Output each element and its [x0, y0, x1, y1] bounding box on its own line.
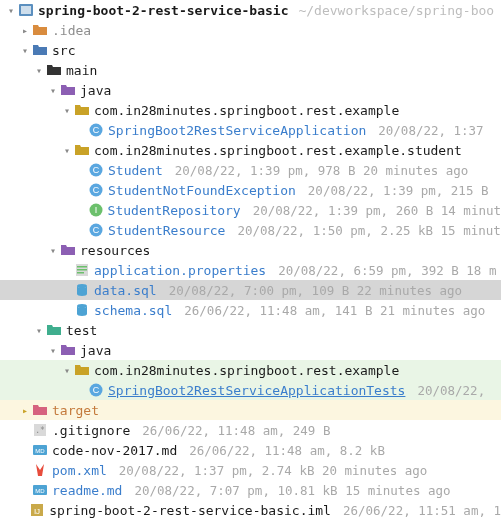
node-label: StudentResource [108, 223, 225, 238]
tree-row-pkg-student[interactable]: ▾ com.in28minutes.springboot.rest.exampl… [0, 140, 501, 160]
tree-row-student[interactable]: Student 20/08/22, 1:39 pm, 978 B 20 minu… [0, 160, 501, 180]
tree-row-resources[interactable]: ▾ resources [0, 240, 501, 260]
tree-row-pkg-example-test[interactable]: ▾ com.in28minutes.springboot.rest.exampl… [0, 360, 501, 380]
class-icon [88, 122, 104, 138]
tree-row-test[interactable]: ▾ test [0, 320, 501, 340]
folder-icon [32, 42, 48, 58]
properties-icon [74, 262, 90, 278]
tree-row-root[interactable]: ▾ spring-boot-2-rest-service-basic ~/dev… [0, 0, 501, 20]
node-label: src [52, 43, 75, 58]
node-label: com.in28minutes.springboot.rest.example [94, 103, 399, 118]
file-meta: 26/06/22, 11:48 am, 8.2 kB [189, 443, 385, 458]
markdown-icon [32, 482, 48, 498]
chevron-down-icon[interactable]: ▾ [18, 45, 32, 56]
maven-icon [32, 462, 48, 478]
test-folder-icon [60, 342, 76, 358]
node-label: application.properties [94, 263, 266, 278]
class-icon [88, 382, 104, 398]
package-icon [74, 102, 90, 118]
node-label: spring-boot-2-rest-service-basic [38, 3, 288, 18]
node-label: target [52, 403, 99, 418]
file-meta: 26/06/22, 11:48 am, 141 B 21 minutes ago [184, 303, 485, 318]
node-label: code-nov-2017.md [52, 443, 177, 458]
node-label: main [66, 63, 97, 78]
folder-icon [46, 322, 62, 338]
chevron-down-icon[interactable]: ▾ [46, 85, 60, 96]
tree-row-data-sql[interactable]: data.sql 20/08/22, 7:00 pm, 109 B 22 min… [0, 280, 501, 300]
node-label: pom.xml [52, 463, 107, 478]
tree-row-app-tests[interactable]: SpringBoot2RestServiceApplicationTests 2… [0, 380, 501, 400]
node-label: SpringBoot2RestServiceApplicationTests [108, 383, 405, 398]
file-meta: 20/08/22, 1:37 pm, 2.74 kB 20 minutes ag… [119, 463, 428, 478]
sql-icon [74, 282, 90, 298]
file-meta: 20/08/22, 1:50 pm, 2.25 kB 15 minut [237, 223, 500, 238]
chevron-right-icon[interactable]: ▸ [18, 405, 32, 416]
node-label: spring-boot-2-rest-service-basic.iml [49, 503, 331, 518]
resources-folder-icon [60, 242, 76, 258]
tree-row-student-nfe[interactable]: StudentNotFoundException 20/08/22, 1:39 … [0, 180, 501, 200]
class-icon [88, 162, 104, 178]
tree-row-code-nov[interactable]: code-nov-2017.md 26/06/22, 11:48 am, 8.2… [0, 440, 501, 460]
package-icon [74, 142, 90, 158]
file-meta: 20/08/22, 6:59 pm, 392 B 18 m [278, 263, 496, 278]
tree-row-pkg-example[interactable]: ▾ com.in28minutes.springboot.rest.exampl… [0, 100, 501, 120]
tree-row-student-repo[interactable]: StudentRepository 20/08/22, 1:39 pm, 260… [0, 200, 501, 220]
path-hint: ~/devworkspace/spring-boo [298, 3, 494, 18]
excluded-folder-icon [32, 402, 48, 418]
file-meta: 20/08/22, 1:39 pm, 260 B 14 minut [253, 203, 501, 218]
tree-row-main[interactable]: ▾ main [0, 60, 501, 80]
node-label: .idea [52, 23, 91, 38]
node-label: test [66, 323, 97, 338]
node-label: StudentRepository [108, 203, 241, 218]
chevron-down-icon[interactable]: ▾ [60, 105, 74, 116]
tree-row-readme[interactable]: readme.md 20/08/22, 7:07 pm, 10.81 kB 15… [0, 480, 501, 500]
node-label: resources [80, 243, 150, 258]
tree-row-app-class[interactable]: SpringBoot2RestServiceApplication 20/08/… [0, 120, 501, 140]
markdown-icon [32, 442, 48, 458]
node-label: data.sql [94, 283, 157, 298]
file-meta: 26/06/22, 11:48 am, 249 B [142, 423, 330, 438]
file-meta: 20/08/22, 1:37 [378, 123, 483, 138]
chevron-down-icon[interactable]: ▾ [60, 365, 74, 376]
tree-row-gitignore[interactable]: .gitignore 26/06/22, 11:48 am, 249 B [0, 420, 501, 440]
node-label: readme.md [52, 483, 122, 498]
tree-row-target[interactable]: ▸ target [0, 400, 501, 420]
node-label: java [80, 343, 111, 358]
tree-row-app-props[interactable]: application.properties 20/08/22, 6:59 pm… [0, 260, 501, 280]
tree-row-java-test[interactable]: ▾ java [0, 340, 501, 360]
chevron-down-icon[interactable]: ▾ [46, 245, 60, 256]
module-icon [18, 2, 34, 18]
file-meta: 20/08/22, 7:00 pm, 109 B 22 minutes ago [169, 283, 463, 298]
tree-row-iml[interactable]: spring-boot-2-rest-service-basic.iml 26/… [0, 500, 501, 520]
class-icon [88, 182, 104, 198]
idea-module-icon [29, 502, 45, 518]
file-meta: 20/08/22, 1:39 pm, 215 B [308, 183, 489, 198]
chevron-down-icon[interactable]: ▾ [46, 345, 60, 356]
tree-row-pom[interactable]: pom.xml 20/08/22, 1:37 pm, 2.74 kB 20 mi… [0, 460, 501, 480]
tree-row-java-main[interactable]: ▾ java [0, 80, 501, 100]
interface-icon [88, 202, 104, 218]
chevron-down-icon[interactable]: ▾ [32, 325, 46, 336]
node-label: SpringBoot2RestServiceApplication [108, 123, 366, 138]
chevron-down-icon[interactable]: ▾ [32, 65, 46, 76]
package-icon [74, 362, 90, 378]
tree-row-student-res[interactable]: StudentResource 20/08/22, 1:50 pm, 2.25 … [0, 220, 501, 240]
source-folder-icon [60, 82, 76, 98]
chevron-down-icon[interactable]: ▾ [60, 145, 74, 156]
file-meta: 26/06/22, 11:51 am, 1 [343, 503, 501, 518]
node-label: schema.sql [94, 303, 172, 318]
sql-icon [74, 302, 90, 318]
gitignore-icon [32, 422, 48, 438]
folder-icon [46, 62, 62, 78]
folder-icon [32, 22, 48, 38]
tree-row-schema-sql[interactable]: schema.sql 26/06/22, 11:48 am, 141 B 21 … [0, 300, 501, 320]
file-meta: 20/08/22, [417, 383, 485, 398]
chevron-right-icon[interactable]: ▸ [18, 25, 32, 36]
node-label: java [80, 83, 111, 98]
tree-row-src[interactable]: ▾ src [0, 40, 501, 60]
chevron-down-icon[interactable]: ▾ [4, 5, 18, 16]
class-icon [88, 222, 104, 238]
node-label: com.in28minutes.springboot.rest.example.… [94, 143, 462, 158]
node-label: com.in28minutes.springboot.rest.example [94, 363, 399, 378]
tree-row-idea[interactable]: ▸ .idea [0, 20, 501, 40]
